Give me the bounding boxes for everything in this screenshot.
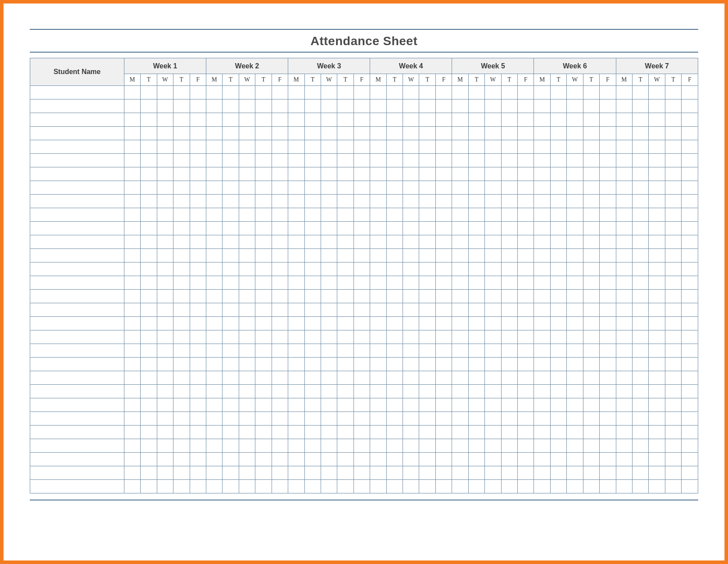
attendance-cell[interactable]	[173, 276, 190, 290]
attendance-cell[interactable]	[157, 412, 173, 426]
attendance-cell[interactable]	[583, 113, 599, 127]
attendance-cell[interactable]	[141, 412, 157, 426]
attendance-cell[interactable]	[304, 167, 321, 181]
attendance-cell[interactable]	[649, 358, 665, 371]
attendance-cell[interactable]	[632, 344, 648, 358]
attendance-cell[interactable]	[386, 439, 403, 453]
attendance-cell[interactable]	[518, 99, 534, 113]
attendance-cell[interactable]	[583, 439, 599, 453]
attendance-cell[interactable]	[534, 426, 550, 439]
attendance-cell[interactable]	[501, 453, 517, 466]
attendance-cell[interactable]	[452, 99, 468, 113]
attendance-cell[interactable]	[665, 235, 681, 249]
attendance-cell[interactable]	[452, 154, 468, 167]
attendance-cell[interactable]	[485, 453, 501, 466]
attendance-cell[interactable]	[435, 480, 452, 493]
attendance-cell[interactable]	[190, 249, 206, 262]
attendance-cell[interactable]	[665, 358, 681, 371]
attendance-cell[interactable]	[534, 127, 550, 140]
attendance-cell[interactable]	[435, 86, 452, 99]
student-name-cell[interactable]	[30, 140, 124, 154]
student-name-cell[interactable]	[30, 453, 124, 466]
attendance-cell[interactable]	[468, 303, 484, 317]
attendance-cell[interactable]	[223, 167, 239, 181]
attendance-cell[interactable]	[435, 330, 452, 344]
attendance-cell[interactable]	[157, 398, 173, 412]
attendance-cell[interactable]	[501, 262, 517, 276]
attendance-cell[interactable]	[616, 235, 632, 249]
attendance-cell[interactable]	[468, 290, 484, 303]
attendance-cell[interactable]	[665, 453, 681, 466]
attendance-cell[interactable]	[616, 398, 632, 412]
attendance-cell[interactable]	[485, 371, 501, 385]
attendance-cell[interactable]	[255, 439, 272, 453]
attendance-cell[interactable]	[370, 127, 386, 140]
attendance-cell[interactable]	[288, 453, 304, 466]
attendance-cell[interactable]	[452, 371, 468, 385]
attendance-cell[interactable]	[386, 235, 403, 249]
attendance-cell[interactable]	[468, 466, 484, 480]
student-name-cell[interactable]	[30, 317, 124, 330]
attendance-cell[interactable]	[288, 290, 304, 303]
attendance-cell[interactable]	[600, 167, 616, 181]
attendance-cell[interactable]	[403, 235, 419, 249]
attendance-cell[interactable]	[550, 317, 566, 330]
attendance-cell[interactable]	[435, 426, 452, 439]
attendance-cell[interactable]	[124, 466, 140, 480]
attendance-cell[interactable]	[600, 371, 616, 385]
student-name-cell[interactable]	[30, 208, 124, 222]
attendance-cell[interactable]	[223, 249, 239, 262]
attendance-cell[interactable]	[141, 235, 157, 249]
attendance-cell[interactable]	[337, 222, 353, 235]
attendance-cell[interactable]	[419, 453, 435, 466]
attendance-cell[interactable]	[304, 344, 321, 358]
attendance-cell[interactable]	[321, 480, 337, 493]
attendance-cell[interactable]	[141, 480, 157, 493]
attendance-cell[interactable]	[353, 303, 370, 317]
attendance-cell[interactable]	[435, 140, 452, 154]
attendance-cell[interactable]	[567, 140, 583, 154]
attendance-cell[interactable]	[534, 330, 550, 344]
attendance-cell[interactable]	[321, 127, 337, 140]
attendance-cell[interactable]	[550, 426, 566, 439]
attendance-cell[interactable]	[239, 385, 255, 398]
student-name-cell[interactable]	[30, 276, 124, 290]
attendance-cell[interactable]	[682, 330, 698, 344]
attendance-cell[interactable]	[321, 398, 337, 412]
attendance-cell[interactable]	[419, 317, 435, 330]
attendance-cell[interactable]	[649, 303, 665, 317]
attendance-cell[interactable]	[337, 276, 353, 290]
attendance-cell[interactable]	[304, 426, 321, 439]
attendance-cell[interactable]	[485, 86, 501, 99]
attendance-cell[interactable]	[190, 317, 206, 330]
attendance-cell[interactable]	[534, 235, 550, 249]
attendance-cell[interactable]	[304, 330, 321, 344]
attendance-cell[interactable]	[501, 480, 517, 493]
attendance-cell[interactable]	[239, 466, 255, 480]
attendance-cell[interactable]	[272, 99, 288, 113]
attendance-cell[interactable]	[173, 330, 190, 344]
attendance-cell[interactable]	[501, 358, 517, 371]
attendance-cell[interactable]	[682, 86, 698, 99]
attendance-cell[interactable]	[321, 181, 337, 195]
attendance-cell[interactable]	[124, 262, 140, 276]
attendance-cell[interactable]	[435, 358, 452, 371]
attendance-cell[interactable]	[649, 276, 665, 290]
attendance-cell[interactable]	[468, 222, 484, 235]
attendance-cell[interactable]	[190, 480, 206, 493]
attendance-cell[interactable]	[616, 276, 632, 290]
attendance-cell[interactable]	[255, 208, 272, 222]
attendance-cell[interactable]	[468, 127, 484, 140]
attendance-cell[interactable]	[534, 140, 550, 154]
attendance-cell[interactable]	[370, 453, 386, 466]
attendance-cell[interactable]	[616, 181, 632, 195]
attendance-cell[interactable]	[583, 317, 599, 330]
attendance-cell[interactable]	[518, 235, 534, 249]
attendance-cell[interactable]	[550, 290, 566, 303]
attendance-cell[interactable]	[468, 99, 484, 113]
attendance-cell[interactable]	[157, 385, 173, 398]
attendance-cell[interactable]	[419, 181, 435, 195]
attendance-cell[interactable]	[321, 235, 337, 249]
attendance-cell[interactable]	[665, 276, 681, 290]
attendance-cell[interactable]	[419, 195, 435, 208]
